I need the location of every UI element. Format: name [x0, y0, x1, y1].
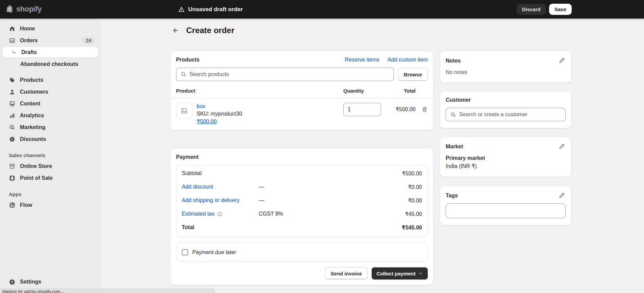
sidebar-item-label: Content — [20, 101, 40, 107]
discount-value: ₹0.00 — [408, 184, 422, 190]
info-icon[interactable] — [217, 211, 223, 217]
shipping-row: Add shipping or delivery — ₹0.00 — [182, 194, 422, 207]
market-card: Market Primary market India (INR ₹) — [440, 137, 571, 177]
browse-button[interactable]: Browse — [398, 68, 428, 81]
sidebar-item-orders[interactable]: Orders 24 — [3, 35, 98, 46]
customer-search-field[interactable] — [446, 108, 566, 121]
sidebar-item-marketing[interactable]: Marketing — [3, 122, 98, 132]
product-search-input[interactable] — [190, 71, 390, 77]
sidebar-item-label: Drafts — [21, 49, 37, 55]
sidebar-item-analytics[interactable]: Analytics — [3, 110, 98, 121]
collect-payment-label: Collect payment — [376, 271, 416, 276]
sidebar-item-abandoned-checkouts[interactable]: Abandoned checkouts — [3, 59, 98, 69]
product-row: box SKU: myproduct30 ₹500.00 ₹500.00 — [176, 103, 428, 125]
sidebar-item-label: Abandoned checkouts — [20, 61, 78, 67]
topbar-actions: Discard Save — [517, 4, 572, 15]
warning-icon — [178, 6, 185, 13]
notes-empty-text: No notes — [446, 69, 566, 75]
notes-title: Notes — [446, 58, 461, 64]
add-custom-item-link[interactable]: Add custom item — [388, 57, 428, 63]
home-icon — [9, 25, 16, 32]
total-row: Total ₹545.00 — [182, 221, 422, 234]
tags-input[interactable] — [446, 203, 566, 218]
header-quantity: Quantity — [343, 88, 381, 94]
subtotal-row: Subtotal ₹500.00 — [182, 167, 422, 180]
notes-card: Notes No notes — [440, 51, 571, 83]
product-price-link[interactable]: ₹500.00 — [197, 118, 242, 125]
sidebar-item-label: Orders — [20, 38, 38, 44]
bar-chart-icon — [9, 112, 16, 119]
sidebar-item-label: Settings — [20, 279, 41, 285]
tax-row: Estimated tax CGST 9% ₹45.00 — [182, 207, 422, 221]
chevron-down-icon — [418, 271, 423, 276]
storefront-icon — [9, 163, 16, 170]
product-thumbnail — [176, 103, 192, 119]
sub-arrow-icon — [11, 49, 17, 55]
sidebar-item-discounts[interactable]: Discounts — [3, 134, 98, 144]
subtotal-label: Subtotal — [182, 170, 259, 176]
payment-due-later-label: Payment due later — [192, 249, 236, 255]
sidebar-item-products[interactable]: Products — [3, 75, 98, 85]
shopify-logo[interactable]: shopify — [5, 4, 42, 14]
shopify-wordmark: shopify — [16, 5, 42, 14]
products-card: Products Reserve items Add custom item B… — [171, 51, 433, 130]
sidebar-item-label: Flow — [20, 202, 32, 208]
unsaved-status: Unsaved draft order — [178, 0, 243, 19]
send-invoice-button[interactable]: Send invoice — [325, 267, 368, 279]
discard-button[interactable]: Discard — [517, 4, 546, 15]
shipping-detail: — — [259, 197, 408, 203]
product-search-field[interactable] — [176, 68, 394, 81]
delete-line-item-button[interactable] — [422, 106, 428, 113]
sidebar-item-drafts[interactable]: Drafts — [3, 47, 98, 57]
sidebar-bottom: Settings — [0, 276, 101, 288]
customer-search-input[interactable] — [459, 112, 561, 118]
image-content-icon — [9, 100, 16, 107]
add-shipping-link[interactable]: Add shipping or delivery — [182, 197, 240, 203]
market-primary-label: Primary market — [446, 155, 566, 161]
shopify-bag-icon — [5, 4, 14, 14]
market-value: India (INR ₹) — [446, 163, 566, 169]
page-title: Create order — [186, 26, 234, 35]
tags-title: Tags — [446, 193, 458, 199]
subtotal-value: ₹500.00 — [402, 170, 422, 177]
tax-detail: CGST 9% — [259, 211, 405, 217]
estimated-tax-link[interactable]: Estimated tax — [182, 211, 215, 217]
edit-tags-button[interactable] — [558, 192, 566, 199]
sidebar: Home Orders 24 Drafts Abandoned checkout… — [0, 19, 101, 293]
reserve-items-link[interactable]: Reserve items — [345, 57, 379, 63]
collect-payment-button[interactable]: Collect payment — [372, 267, 428, 279]
payment-card-title: Payment — [176, 154, 199, 160]
sidebar-item-label: Products — [20, 77, 43, 83]
search-icon — [450, 112, 456, 118]
sidebar-item-label: Analytics — [20, 113, 44, 119]
tag-icon — [9, 77, 16, 83]
gear-icon — [9, 278, 16, 285]
sidebar-item-settings[interactable]: Settings — [3, 276, 98, 287]
market-title: Market — [446, 144, 463, 150]
quantity-input[interactable] — [343, 103, 381, 116]
tags-card: Tags — [440, 186, 571, 225]
payment-footer: Send invoice Collect payment — [176, 267, 428, 279]
back-button[interactable] — [171, 26, 180, 35]
browser-status-bar: Waiting for admin.shopify.com... — [0, 288, 215, 293]
edit-market-button[interactable] — [558, 143, 566, 150]
payment-due-later-checkbox[interactable] — [182, 249, 188, 255]
sidebar-item-content[interactable]: Content — [3, 98, 98, 109]
sidebar-item-customers[interactable]: Customers — [3, 87, 98, 97]
add-discount-link[interactable]: Add discount — [182, 184, 213, 190]
sidebar-item-flow[interactable]: Flow — [3, 200, 98, 210]
products-table-header: Product Quantity Total — [176, 88, 428, 94]
sidebar-item-online-store[interactable]: Online Store — [3, 161, 98, 171]
save-button[interactable]: Save — [549, 4, 572, 15]
customer-card: Customer — [440, 92, 571, 128]
sidebar-item-home[interactable]: Home — [3, 23, 98, 34]
sidebar-item-label: Marketing — [20, 124, 46, 130]
flow-app-icon — [9, 202, 16, 209]
edit-notes-button[interactable] — [558, 57, 566, 65]
shopify-admin-page: { "colors": { "accent_blue": "#005bd3", … — [0, 0, 644, 293]
customer-title: Customer — [446, 97, 471, 103]
product-name-link[interactable]: box — [197, 103, 242, 109]
payment-summary-box: Subtotal ₹500.00 Add discount — ₹0.00 Ad… — [176, 165, 428, 237]
discount-badge-icon — [9, 136, 16, 143]
sidebar-item-point-of-sale[interactable]: Point of Sale — [3, 173, 98, 183]
